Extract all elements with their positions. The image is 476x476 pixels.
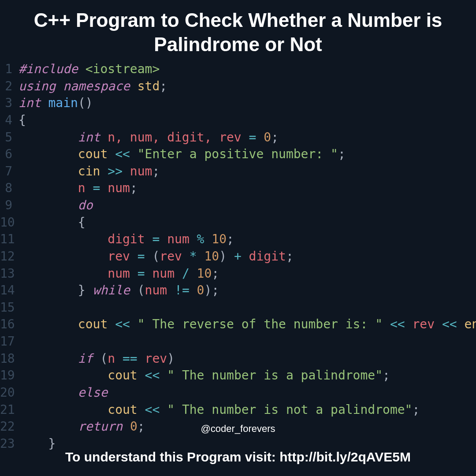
identifier: rev [405, 317, 442, 331]
identifier: rev [160, 249, 189, 264]
identifier: cout [78, 147, 115, 161]
type: int [78, 130, 100, 145]
operator: << [390, 317, 405, 331]
operator: << [442, 317, 457, 331]
string: " The reverse of the number is: " [138, 317, 383, 331]
operator: << [115, 147, 130, 161]
identifier: cin [78, 164, 108, 178]
indent [19, 368, 108, 383]
punct: ) [219, 249, 227, 264]
punct: ; [152, 164, 160, 178]
code-line: 10 { [0, 214, 476, 231]
line-number: 8 [0, 180, 19, 197]
punct: ; [286, 249, 294, 264]
punct: ( [138, 283, 145, 298]
identifier: n, num, digit, rev [100, 130, 249, 145]
operator: = [93, 181, 100, 195]
punct: ) [204, 283, 212, 298]
string: " The number is a palindrome" [167, 368, 383, 383]
operator: >> [108, 164, 123, 178]
punct: ; [383, 368, 390, 383]
line-number: 4 [0, 112, 19, 129]
operator: == [123, 351, 138, 366]
punct: { [19, 113, 26, 127]
code-line: 7 cin >> num; [0, 163, 476, 180]
line-number: 18 [0, 350, 19, 368]
page-title: C++ Program to Check Whether a Number is… [0, 0, 476, 61]
indent [19, 249, 108, 264]
code-line: 2using namespace std; [0, 78, 476, 95]
line-number: 13 [0, 265, 19, 283]
line-number: 5 [0, 129, 19, 146]
identifier: digit [242, 249, 286, 264]
code-line: 9 do [0, 197, 476, 214]
identifier: cout [108, 368, 145, 383]
identifier: n [78, 181, 93, 195]
line-number: 11 [0, 231, 19, 248]
code-line: 15 [0, 299, 476, 316]
line-number: 12 [0, 248, 19, 265]
punct: } [78, 283, 93, 298]
line-number: 10 [0, 214, 19, 231]
operator: * [190, 249, 197, 264]
code-line: 18 if (n == rev) [0, 350, 476, 368]
space [383, 317, 390, 331]
indent [19, 351, 78, 366]
indent [19, 283, 78, 298]
code-line: 6 cout << "Enter a positive number: "; [0, 146, 476, 163]
keyword: else [78, 385, 108, 400]
line-number: 20 [0, 384, 19, 402]
punct: ; [212, 283, 219, 298]
punct: ; [271, 130, 279, 145]
identifier: endl [457, 317, 476, 331]
line-number: 6 [0, 146, 19, 163]
operator: / [182, 266, 190, 281]
indent [19, 232, 108, 246]
header-name: <iostream> [78, 62, 160, 76]
space [130, 147, 138, 161]
code-line: 17 [0, 333, 476, 350]
indent [19, 198, 78, 212]
punct: ; [130, 181, 138, 195]
space [204, 232, 212, 246]
number: 10 [204, 249, 219, 264]
operator: + [234, 249, 242, 264]
identifier: cout [78, 317, 115, 331]
punct: ( [100, 351, 108, 366]
identifier: num [145, 266, 182, 281]
space [93, 351, 100, 366]
line-number: 2 [0, 78, 19, 95]
code-line: 3int main() [0, 95, 476, 112]
line-number: 15 [0, 299, 19, 316]
operator: = [152, 232, 160, 246]
identifier: num [123, 164, 152, 178]
operator: = [138, 266, 145, 281]
code-line: 8 n = num; [0, 180, 476, 197]
punct: () [78, 96, 93, 110]
indent [19, 164, 78, 178]
indent [19, 317, 78, 331]
line-number: 7 [0, 163, 19, 180]
code-line: 21 cout << " The number is not a palindr… [0, 402, 476, 419]
code-line: 19 cout << " The number is a palindrome"… [0, 367, 476, 384]
line-number: 1 [0, 61, 19, 78]
function: main [41, 96, 78, 110]
punct: ; [338, 147, 346, 161]
identifier: rev [108, 249, 137, 264]
code-line: 20 else [0, 384, 476, 402]
number: 0 [197, 283, 205, 298]
punct: ; [227, 232, 234, 246]
author-handle: @coder_forevers [0, 423, 476, 435]
string: " The number is not a palindrome" [167, 402, 412, 417]
space [190, 283, 197, 298]
space [130, 317, 138, 331]
identifier: rev [138, 351, 167, 366]
code-line: 12 rev = (rev * 10) + digit; [0, 248, 476, 265]
identifier: cout [108, 402, 145, 417]
code-line: 1#include <iostream> [0, 61, 476, 78]
code-line: 14 } while (num != 0); [0, 282, 476, 299]
space [160, 368, 167, 383]
operator: << [115, 317, 130, 331]
type: int [19, 96, 41, 110]
operator: << [145, 402, 160, 417]
